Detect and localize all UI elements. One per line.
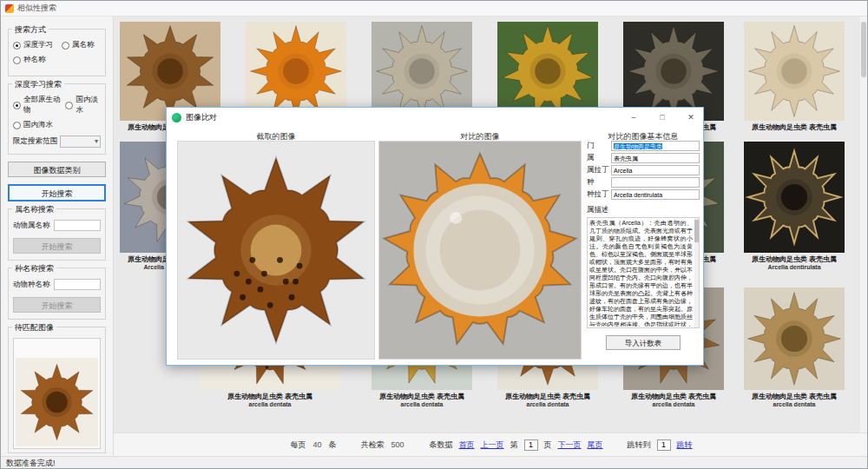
last-page-link[interactable]: 尾页 bbox=[588, 439, 603, 451]
radio-label: 深度学习 bbox=[23, 40, 53, 50]
genus-search-group: 属名称搜索 动物属名称 开始搜索 bbox=[8, 208, 106, 261]
search-method-title: 搜索方式 bbox=[12, 24, 49, 36]
scrollbar-thumb[interactable] bbox=[861, 22, 866, 77]
pending-image-box bbox=[13, 338, 101, 449]
radio-genus-name[interactable]: 属名称 bbox=[62, 40, 95, 50]
genus-description-box[interactable]: 表壳虫属（Arcella）：壳由透明的、几丁质的物质组成。壳表面光滑或有于规则、… bbox=[587, 217, 700, 328]
genus-description-text: 表壳虫属（Arcella）：壳由透明的、几丁质的物质组成。壳表面光滑或有于规则、… bbox=[589, 219, 693, 327]
dl-search-title: 深度学习搜索 bbox=[12, 79, 64, 90]
phylum-field[interactable]: 原生动物肉足虫类 bbox=[611, 141, 700, 151]
radio-dot bbox=[13, 102, 21, 109]
species-latin-field[interactable]: Arcella dentirulata bbox=[611, 189, 700, 200]
species-name-input[interactable] bbox=[54, 279, 102, 290]
image-tile[interactable]: 原生动物肉足虫类 表壳虫属arcella dentata bbox=[744, 287, 845, 408]
phylum-value: 原生动物肉足虫类 bbox=[614, 143, 662, 149]
per-page-value: 40 bbox=[312, 440, 322, 449]
window-title: 相似性搜索 bbox=[17, 3, 56, 14]
page-prefix: 第 bbox=[510, 439, 518, 451]
tile-latin-name: Arcella dentirulata bbox=[716, 264, 868, 271]
import-count-table-button[interactable]: 导入计数表 bbox=[606, 335, 681, 350]
next-page-link[interactable]: 下一页 bbox=[558, 439, 582, 451]
radio-domestic-freshwater[interactable]: 国内淡水 bbox=[65, 95, 101, 116]
radio-deep-learning[interactable]: 深度学习 bbox=[13, 40, 53, 50]
radio-label: 属名称 bbox=[72, 40, 95, 50]
per-page-label: 每页 bbox=[290, 439, 306, 451]
genus-field[interactable]: 表壳虫属 bbox=[611, 153, 700, 163]
start-search-button[interactable]: 开始搜索 bbox=[8, 184, 106, 201]
tile-caption: 原生动物肉足虫类 表壳虫属arcella dentata bbox=[716, 393, 868, 408]
specimen-photo bbox=[744, 142, 845, 253]
tile-latin-name: arcella dentata bbox=[716, 401, 868, 408]
jump-page-input[interactable] bbox=[657, 439, 671, 451]
tile-caption: 原生动物肉足虫类 表壳虫属 bbox=[716, 123, 868, 132]
species-field-label: 动物种名称 bbox=[13, 280, 50, 290]
radio-label: 全部原生动物 bbox=[23, 95, 61, 116]
page-number-input[interactable] bbox=[524, 439, 538, 451]
compared-image[interactable] bbox=[378, 141, 582, 360]
genus-value: 表壳虫属 bbox=[614, 155, 638, 162]
genus-search-button[interactable]: 开始搜索 bbox=[13, 238, 101, 254]
image-tile[interactable]: 原生动物肉足虫类 表壳虫属Arcella dentirulata bbox=[744, 142, 845, 271]
species-label: 种 bbox=[587, 177, 611, 188]
pending-image-group: 待匹配图像 bbox=[8, 327, 106, 453]
species-field[interactable] bbox=[611, 177, 700, 188]
app-window: 相似性搜索 搜索方式 深度学习 属名称 种名称 深度学习搜索 全部原生动物 国内… bbox=[0, 0, 868, 469]
specimen-photo bbox=[372, 22, 472, 121]
radio-label: 国内海水 bbox=[23, 120, 53, 130]
species-latin-label: 种拉丁 bbox=[587, 189, 611, 200]
radio-domestic-seawater[interactable]: 国内海水 bbox=[13, 120, 53, 130]
species-search-title: 种名称搜索 bbox=[12, 263, 56, 274]
sidebar: 搜索方式 深度学习 属名称 种名称 深度学习搜索 全部原生动物 国内淡水 国内海… bbox=[1, 17, 114, 456]
chevron-down-icon: ▾ bbox=[95, 137, 98, 145]
genus-search-title: 属名称搜索 bbox=[12, 204, 56, 215]
prev-page-link[interactable]: 上一页 bbox=[481, 439, 504, 451]
radio-dot bbox=[13, 42, 21, 50]
image-tile[interactable]: 原生动物肉足虫类 表壳虫属 bbox=[744, 22, 845, 132]
total-label: 共检索 bbox=[360, 439, 384, 451]
scope-select[interactable]: ▾ bbox=[60, 135, 101, 148]
genus-latin-value: Arcella bbox=[614, 168, 632, 174]
close-button[interactable]: ✕ bbox=[679, 108, 703, 127]
first-page-link[interactable]: 首页 bbox=[459, 439, 475, 451]
status-bar: 数据准备完成! bbox=[1, 456, 868, 469]
total-unit: 条数据 bbox=[430, 439, 453, 451]
tile-caption: 原生动物肉足虫类 表壳虫属arcella dentata bbox=[192, 393, 348, 408]
radio-species-name[interactable]: 种名称 bbox=[13, 55, 46, 65]
tile-latin-name: arcella dentata bbox=[192, 401, 348, 408]
dialog-title-bar[interactable]: 图像比对 – □ ✕ bbox=[167, 108, 703, 127]
radio-dot bbox=[13, 56, 21, 64]
description-scrollbar[interactable] bbox=[694, 218, 699, 327]
app-icon bbox=[5, 4, 14, 13]
image-compare-dialog: 图像比对 – □ ✕ 截取的图像 对比的图像 对比的图像基本信息 门原生动物肉足… bbox=[166, 107, 704, 366]
species-latin-value: Arcella dentirulata bbox=[614, 192, 662, 198]
captured-image[interactable] bbox=[177, 141, 375, 360]
title-bar: 相似性搜索 bbox=[1, 1, 868, 17]
deep-learning-search-group: 深度学习搜索 全部原生动物 国内淡水 国内海水 限定搜索范围 ▾ bbox=[8, 83, 106, 155]
radio-all-protozoa[interactable]: 全部原生动物 bbox=[13, 95, 61, 116]
genus-label: 属 bbox=[587, 153, 611, 163]
genus-name-input[interactable] bbox=[54, 220, 102, 231]
minimize-button[interactable]: – bbox=[621, 108, 646, 127]
search-method-group: 搜索方式 深度学习 属名称 种名称 bbox=[8, 29, 106, 76]
specimen-photo bbox=[246, 22, 346, 121]
jump-link[interactable]: 跳转 bbox=[677, 439, 693, 451]
genus-latin-field[interactable]: Arcella bbox=[611, 165, 700, 175]
vertical-scrollbar[interactable] bbox=[860, 17, 867, 433]
genus-description-label: 属描述 bbox=[587, 205, 700, 215]
description-scroll-thumb[interactable] bbox=[694, 220, 699, 242]
radio-label: 国内淡水 bbox=[76, 95, 101, 116]
total-value: 500 bbox=[390, 440, 404, 449]
specimen-photo bbox=[120, 22, 220, 121]
genus-field-label: 动物属名称 bbox=[13, 221, 50, 231]
radio-dot bbox=[13, 122, 21, 129]
genus-latin-label: 属拉丁 bbox=[587, 165, 611, 175]
phylum-label: 门 bbox=[587, 141, 611, 151]
status-text: 数据准备完成! bbox=[6, 458, 56, 469]
pending-image-title: 待匹配图像 bbox=[12, 322, 56, 334]
pending-image-thumbnail[interactable] bbox=[16, 358, 98, 446]
maximize-button[interactable]: □ bbox=[650, 108, 674, 127]
radio-dot bbox=[65, 102, 73, 109]
image-category-button[interactable]: 图像数据类别 bbox=[8, 162, 106, 177]
specimen-photo bbox=[623, 22, 724, 121]
species-search-button[interactable]: 开始搜索 bbox=[13, 297, 101, 313]
